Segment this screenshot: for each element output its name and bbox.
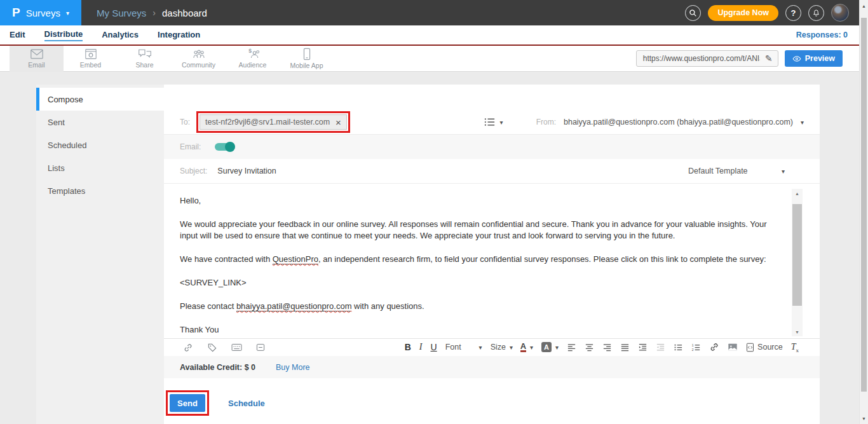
buy-more-link[interactable]: Buy More <box>276 363 310 372</box>
align-justify-icon[interactable] <box>620 343 630 352</box>
template-dropdown[interactable]: Default Template ▾ <box>688 167 785 175</box>
scroll-up-icon[interactable]: ▲ <box>860 1 868 10</box>
breadcrumb-dashboard: dashboard <box>162 8 207 18</box>
chevron-down-icon: ▾ <box>555 344 559 351</box>
email-body-editor[interactable]: Hello, We would appreciate your feedback… <box>164 184 820 338</box>
subject-input[interactable]: Survey Invitation <box>217 167 276 175</box>
questionpro-link[interactable]: QuestionPro <box>273 254 318 264</box>
font-dropdown[interactable]: Font▾ <box>445 343 482 352</box>
responses-count[interactable]: Responses: 0 <box>796 31 848 39</box>
email-sidebar: Compose Sent Scheduled Lists Templates <box>36 85 164 424</box>
merge-field-icon[interactable] <box>231 343 242 352</box>
tab-distribute[interactable]: Distribute <box>44 29 83 41</box>
survey-link-area: ✎ Preview <box>636 50 843 67</box>
credit-row: Available Credit: $ 0 Buy More <box>164 356 820 378</box>
indent-icon[interactable] <box>638 343 648 352</box>
numbered-list-icon[interactable]: 12 <box>691 343 701 352</box>
body-greeting: Hello, <box>180 195 782 207</box>
breadcrumb-my-surveys[interactable]: My Surveys <box>97 8 146 18</box>
chevron-down-icon: ▾ <box>782 168 785 175</box>
to-label: To: <box>180 118 190 127</box>
scroll-down-icon[interactable]: ▼ <box>860 414 868 423</box>
send-button[interactable]: Send <box>170 394 205 412</box>
rich-text-toolbar: B I U Font▾ Size▾ A▾ A▾ <box>164 338 820 356</box>
help-button[interactable]: ? <box>785 5 801 21</box>
remove-recipient-icon[interactable]: × <box>336 118 341 127</box>
schedule-link[interactable]: Schedule <box>228 399 265 408</box>
search-button[interactable] <box>685 5 701 21</box>
tab-analytics[interactable]: Analytics <box>102 30 139 41</box>
sidebar-item-sent[interactable]: Sent <box>36 111 164 133</box>
recipient-chip[interactable]: test-nf2r9vjl6@srv1.mail-tester.com × <box>200 114 347 130</box>
bell-icon <box>812 9 820 17</box>
contact-email-link[interactable]: bhaiyya.patil@questionpro.com <box>236 301 352 311</box>
select-list-dropdown[interactable]: ▾ <box>484 118 503 127</box>
svg-text:1: 1 <box>692 343 694 347</box>
notifications-button[interactable] <box>808 5 824 21</box>
background-color-button[interactable]: A▾ <box>541 342 559 352</box>
italic-button[interactable]: I <box>419 342 423 352</box>
format-tools: B I U Font▾ Size▾ A▾ A▾ <box>405 342 799 353</box>
template-value: Default Template <box>688 167 748 175</box>
underline-button[interactable]: U <box>431 342 437 352</box>
chevron-down-icon[interactable]: ▾ <box>801 119 804 126</box>
source-button[interactable]: Source <box>746 343 783 352</box>
channel-toolbar: Email Embed Share Community $ Audience <box>0 46 859 72</box>
email-toggle[interactable] <box>215 143 234 151</box>
channel-embed[interactable]: Embed <box>64 46 118 72</box>
preview-button[interactable]: Preview <box>785 50 843 67</box>
edit-url-icon[interactable]: ✎ <box>765 53 773 64</box>
outdent-icon[interactable] <box>656 343 665 352</box>
editor-scrollbar[interactable]: ▲ ▼ <box>792 189 803 336</box>
share-icon <box>138 48 152 60</box>
channel-audience[interactable]: $ Audience <box>226 46 280 72</box>
community-icon-item[interactable]: Community <box>172 46 226 72</box>
bulleted-list-icon[interactable] <box>674 343 683 352</box>
sidebar-item-scheduled[interactable]: Scheduled <box>36 133 164 156</box>
survey-url-field[interactable]: ✎ <box>636 50 778 67</box>
remove-format-button[interactable]: Tx <box>791 342 799 353</box>
from-address[interactable]: bhaiyya.patil@questionpro.com (bhaiyya.p… <box>564 118 793 127</box>
sidebar-item-templates[interactable]: Templates <box>36 179 164 202</box>
page-scrollbar[interactable]: ▲ ▼ <box>859 0 868 424</box>
survey-link-placeholder: <SURVEY_LINK> <box>180 277 782 289</box>
chevron-down-icon: ▾ <box>66 10 69 17</box>
align-center-icon[interactable] <box>585 343 594 352</box>
size-dropdown[interactable]: Size▾ <box>491 343 512 352</box>
align-right-icon[interactable] <box>602 343 612 352</box>
surveys-product-menu[interactable]: P Surveys ▾ <box>0 0 81 25</box>
editor-scrollbar-thumb[interactable] <box>792 204 802 306</box>
questionpro-logo: P <box>12 6 20 20</box>
tab-integration[interactable]: Integration <box>158 30 200 41</box>
avatar[interactable] <box>831 4 849 22</box>
body-paragraph: We have contracted with QuestionPro, an … <box>180 254 782 265</box>
upgrade-now-button[interactable]: Upgrade Now <box>708 5 778 21</box>
mobile-app-icon <box>302 48 312 60</box>
channel-mobile-app[interactable]: Mobile App <box>280 46 334 72</box>
scroll-down-icon[interactable]: ▼ <box>792 327 803 336</box>
insert-template-icon[interactable] <box>256 343 265 352</box>
sidebar-item-lists[interactable]: Lists <box>36 156 164 179</box>
align-left-icon[interactable] <box>567 343 576 352</box>
compose-actions: Send Schedule <box>166 390 265 416</box>
channel-share[interactable]: Share <box>118 46 172 72</box>
tab-edit[interactable]: Edit <box>10 30 25 41</box>
bold-button[interactable]: B <box>405 342 411 352</box>
sidebar-item-compose[interactable]: Compose <box>36 88 164 111</box>
tag-icon[interactable] <box>207 343 217 353</box>
insert-link-icon[interactable] <box>183 343 193 353</box>
hyperlink-icon[interactable] <box>709 342 719 352</box>
survey-url-input[interactable] <box>642 53 761 64</box>
available-credit-label: Available Credit: $ 0 <box>180 363 255 372</box>
page-scrollbar-thumb[interactable] <box>861 18 867 392</box>
chevron-down-icon: ▾ <box>530 344 533 351</box>
email-compose-card: Compose Sent Scheduled Lists Templates T… <box>36 85 820 424</box>
channel-email[interactable]: Email <box>10 46 64 72</box>
insert-image-icon[interactable] <box>728 343 738 352</box>
text-color-button[interactable]: A▾ <box>520 342 533 352</box>
community-icon <box>192 48 206 60</box>
chevron-down-icon: ▾ <box>500 119 503 126</box>
scroll-up-icon[interactable]: ▲ <box>792 189 803 198</box>
toggle-knob <box>225 142 235 152</box>
questionpro-distribute-page: P Surveys ▾ My Surveys › dashboard Upgra… <box>0 0 868 424</box>
